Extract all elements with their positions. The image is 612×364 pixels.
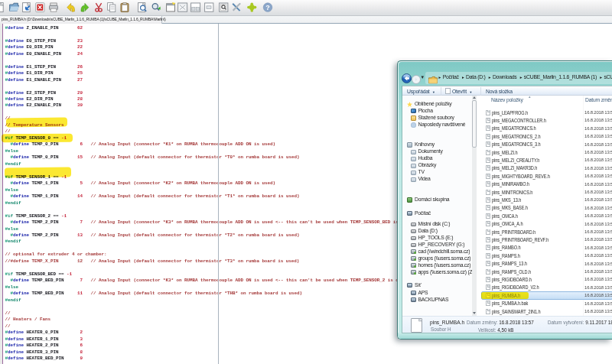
svg-text:?: ? [265, 3, 270, 11]
